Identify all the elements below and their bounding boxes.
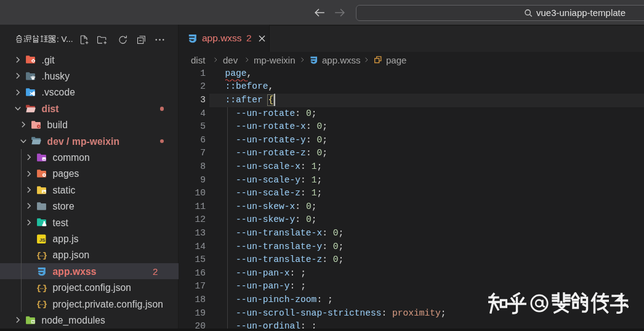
svg-text:}: } — [42, 300, 47, 309]
svg-text:}: } — [42, 284, 47, 293]
svg-text:JS: JS — [39, 237, 46, 243]
svg-text:}: } — [42, 251, 47, 260]
